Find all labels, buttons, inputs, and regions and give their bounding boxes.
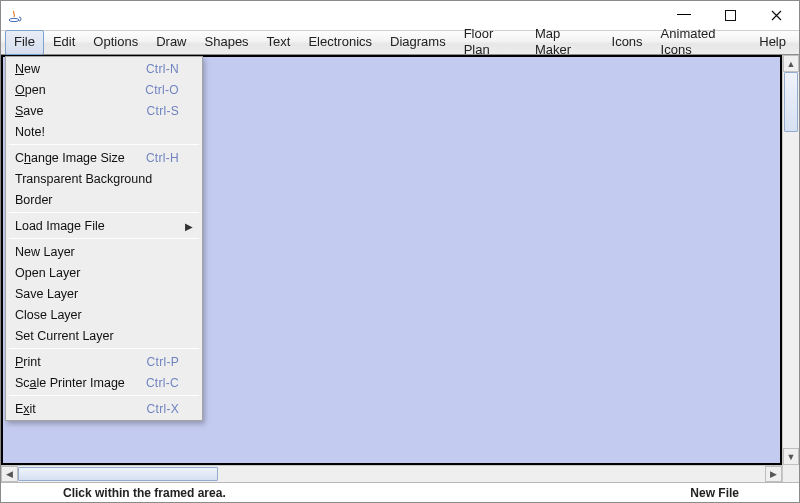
horizontal-scroll-thumb[interactable]: [18, 467, 218, 481]
status-filename: New File: [690, 486, 739, 500]
menu-options[interactable]: Options: [84, 30, 147, 55]
statusbar: Click within the framed area. New File: [1, 482, 799, 502]
file-menu-open[interactable]: Open Ctrl-O: [7, 79, 201, 100]
vertical-scroll-track[interactable]: [783, 72, 799, 448]
scroll-down-button[interactable]: ▼: [783, 448, 799, 465]
vertical-scroll-thumb[interactable]: [784, 72, 798, 132]
menu-shapes[interactable]: Shapes: [196, 30, 258, 55]
svg-rect-1: [725, 11, 735, 21]
file-menu-change-image-size[interactable]: Change Image Size Ctrl-H: [7, 147, 201, 168]
svg-point-0: [9, 18, 19, 21]
file-menu-open-layer[interactable]: Open Layer: [7, 262, 201, 283]
file-menu-load-image-file[interactable]: Load Image File ▶: [7, 215, 201, 236]
file-menu-new[interactable]: New Ctrl-N: [7, 58, 201, 79]
scroll-left-button[interactable]: ◀: [1, 466, 18, 482]
menu-diagrams[interactable]: Diagrams: [381, 30, 455, 55]
status-message: Click within the framed area.: [63, 486, 226, 500]
menu-help[interactable]: Help: [750, 30, 795, 55]
file-menu-note[interactable]: Note!: [7, 121, 201, 142]
app-window: ― File Edit Options Draw Shapes Text Ele…: [0, 0, 800, 503]
vertical-scrollbar[interactable]: ▲ ▼: [782, 55, 799, 465]
file-menu-save-layer[interactable]: Save Layer: [7, 283, 201, 304]
menu-edit[interactable]: Edit: [44, 30, 84, 55]
file-menu-print[interactable]: Print Ctrl-P: [7, 351, 201, 372]
horizontal-scrollbar[interactable]: ◀ ▶: [1, 465, 782, 482]
menu-draw[interactable]: Draw: [147, 30, 195, 55]
file-menu-scale-printer-image[interactable]: Scale Printer Image Ctrl-C: [7, 372, 201, 393]
java-cup-icon: [7, 8, 23, 24]
scroll-up-button[interactable]: ▲: [783, 55, 799, 72]
file-menu-new-layer[interactable]: New Layer: [7, 241, 201, 262]
file-menu-dropdown: New Ctrl-N Open Ctrl-O Save Ctrl-S Note!…: [5, 56, 203, 421]
close-button[interactable]: [753, 1, 799, 30]
file-menu-border[interactable]: Border: [7, 189, 201, 210]
horizontal-scroll-track[interactable]: [18, 466, 765, 482]
menu-icons[interactable]: Icons: [603, 30, 652, 55]
menu-separator: [9, 212, 199, 213]
menu-separator: [9, 144, 199, 145]
file-menu-exit[interactable]: Exit Ctrl-X: [7, 398, 201, 419]
menubar: File Edit Options Draw Shapes Text Elect…: [1, 31, 799, 55]
file-menu-save[interactable]: Save Ctrl-S: [7, 100, 201, 121]
file-menu-transparent-background[interactable]: Transparent Background: [7, 168, 201, 189]
menu-separator: [9, 395, 199, 396]
menu-separator: [9, 238, 199, 239]
menu-electronics[interactable]: Electronics: [299, 30, 381, 55]
submenu-arrow-icon: ▶: [185, 220, 193, 231]
scroll-right-button[interactable]: ▶: [765, 466, 782, 482]
file-menu-close-layer[interactable]: Close Layer: [7, 304, 201, 325]
menu-text[interactable]: Text: [258, 30, 300, 55]
file-menu-set-current-layer[interactable]: Set Current Layer: [7, 325, 201, 346]
menu-separator: [9, 348, 199, 349]
menu-file[interactable]: File: [5, 30, 44, 55]
scroll-corner: [782, 465, 799, 482]
